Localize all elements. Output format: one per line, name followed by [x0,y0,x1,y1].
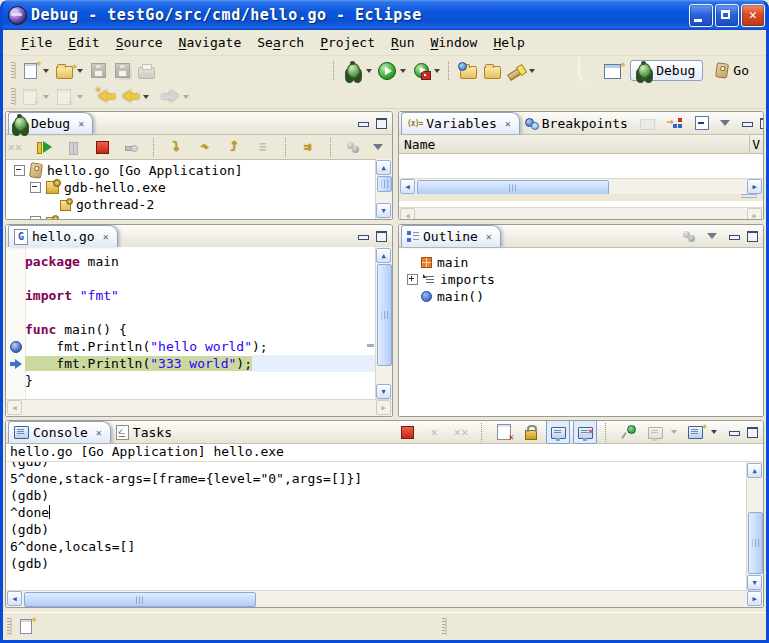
scroll-right-arrow[interactable]: ▶ [747,591,762,606]
open-type-button[interactable] [456,59,480,83]
scroll-up-arrow[interactable]: ▲ [376,160,391,175]
maximize-button[interactable] [715,4,739,27]
minimize-button[interactable] [689,4,713,27]
step-into-button[interactable]: ⤵ [164,135,188,159]
code-line[interactable]: } [25,372,375,389]
code-line[interactable]: func main() { [25,321,375,338]
tab-debug[interactable]: Debug ✕ [8,112,93,134]
show-logical-structure-button[interactable] [663,111,687,135]
annotation-ruler[interactable] [6,247,26,400]
code-line[interactable]: import "fmt" [25,287,375,304]
tree-item-gdb-hello.exe[interactable]: gdb-hello.exe [6,179,392,196]
tree-item-main[interactable]: main [399,254,763,271]
close-tab-icon[interactable]: ✕ [486,231,492,242]
scroll-down-arrow[interactable]: ▼ [747,575,762,590]
menu-item-file[interactable]: File [13,33,60,52]
tab-console[interactable]: Console ✕ [8,421,111,443]
scroll-down-arrow[interactable]: ▼ [376,203,391,218]
previous-annotation-dropdown[interactable] [77,95,83,99]
scroll-left-arrow[interactable]: ◀ [7,591,22,606]
tab-variables[interactable]: (x)= Variables ✕ [401,112,520,134]
menu-item-source[interactable]: Source [108,33,171,52]
overview-ruler-mark[interactable] [367,344,374,347]
menu-item-window[interactable]: Window [422,33,485,52]
save-button[interactable] [86,59,110,83]
name-column-header[interactable]: Name [399,137,435,152]
variables-detail-sash[interactable] [399,194,763,201]
show-stderr-button[interactable]: ✕ [573,420,597,444]
gutter-slot[interactable] [9,270,23,287]
close-button[interactable]: ✕ [741,4,765,27]
resume-button[interactable] [32,135,56,159]
minimize-view-button[interactable] [357,231,368,241]
debug-launch-dropdown[interactable] [366,69,372,73]
remove-launch-button[interactable]: ✕ [422,420,446,444]
code-line[interactable]: fmt.Println("333 world"); [25,355,375,372]
scroll-thumb[interactable] [377,176,392,192]
step-return-button[interactable]: ⤴ [222,135,246,159]
tree-expander-minus[interactable] [14,165,25,176]
breakpoint-icon[interactable] [10,341,22,353]
menu-item-run[interactable]: Run [383,33,422,52]
gutter-slot[interactable] [9,321,23,338]
debug-misc-button[interactable] [341,135,365,159]
scroll-up-arrow[interactable]: ▲ [747,463,762,478]
display-console-dropdown[interactable] [671,430,677,434]
scroll-down-arrow[interactable]: ▼ [376,384,391,399]
maximize-view-button[interactable] [760,118,764,128]
close-tab-icon[interactable]: ✕ [96,427,102,438]
new-wizard-button[interactable] [18,59,42,83]
variables-horizontal-scrollbar[interactable]: ◀ ▶ [399,178,763,195]
menu-item-edit[interactable]: Edit [60,33,107,52]
minimize-view-button[interactable] [728,427,739,437]
clear-console-button[interactable] [492,420,516,444]
scroll-up-arrow[interactable]: ▲ [376,248,391,263]
show-type-names-button[interactable] [636,111,660,135]
code-line[interactable]: fmt.Println("hello world"); [25,338,375,355]
gutter-slot[interactable] [9,338,23,355]
open-console-dropdown[interactable] [711,430,717,434]
maximize-view-button[interactable] [747,231,758,241]
perspective-go-button[interactable]: Go [709,61,756,80]
external-tools-dropdown[interactable] [434,69,440,73]
code-line[interactable] [25,304,375,321]
run-launch-button[interactable] [375,59,399,83]
statusbar-drag-handle[interactable] [442,618,445,635]
maximize-view-button[interactable] [376,231,387,241]
debug-vertical-scrollbar[interactable]: ▲ ▼ [375,159,392,219]
perspective-debug-button[interactable]: Debug [630,60,703,81]
close-tab-icon[interactable]: ✕ [78,118,84,129]
console-horizontal-scrollbar[interactable]: ◀ ▶ [6,590,763,607]
forward-dropdown[interactable] [183,95,189,99]
print-button[interactable] [134,59,158,83]
tree-item-clipped[interactable] [6,213,392,220]
view-menu-icon[interactable] [373,144,383,150]
statusbar-drag-handle[interactable] [7,618,10,635]
value-column-header[interactable]: V [752,137,760,152]
external-tools-button[interactable] [409,59,433,83]
code-editor[interactable]: package mainimport "fmt"func main() { fm… [6,247,392,400]
maximize-view-button[interactable] [747,427,758,437]
tree-expander-minus[interactable] [30,182,41,193]
console-vertical-scrollbar[interactable]: ▲ ▼ [746,462,763,591]
debug-launch-button[interactable] [341,59,365,83]
gutter-slot[interactable] [9,304,23,321]
minimize-view-button[interactable] [741,118,752,128]
gutter-slot[interactable] [9,372,23,389]
remove-all-terminated-button[interactable]: ✕✕ [5,135,27,159]
tree-item-main()[interactable]: main() [399,288,763,305]
maximize-view-button[interactable] [376,118,387,128]
show-stdout-button[interactable] [546,420,570,444]
menu-item-help[interactable]: Help [485,33,532,52]
tab-outline[interactable]: Outline ✕ [401,225,501,247]
code-line[interactable] [25,270,375,287]
tab-breakpoints[interactable]: Breakpoints [520,113,636,134]
tab-tasks[interactable]: Tasks [111,422,180,443]
back-dropdown[interactable] [143,95,149,99]
scroll-thumb[interactable] [748,512,763,574]
menu-item-search[interactable]: Search [249,33,312,52]
scroll-left-arrow[interactable]: ◀ [400,179,415,194]
run-launch-dropdown[interactable] [400,69,406,73]
gutter-slot[interactable] [9,253,23,270]
column-divider[interactable] [749,135,750,153]
